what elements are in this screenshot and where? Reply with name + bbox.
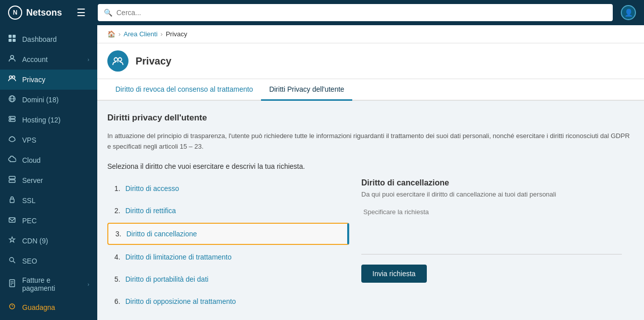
seo-icon [8, 256, 17, 266]
hosting-icon [8, 115, 17, 125]
page-header-icon [107, 50, 128, 72]
chevron-right-icon: › [88, 57, 89, 62]
sidebar: Dashboard Account › Privacy Domini (18) [0, 25, 97, 320]
search-bar: 🔍 [98, 4, 613, 21]
sidebar-label: CDN (9) [22, 237, 48, 245]
svg-point-6 [13, 76, 15, 79]
svg-rect-17 [9, 218, 15, 222]
sidebar-item-cdn[interactable]: CDN (9) [0, 231, 97, 251]
home-icon[interactable]: 🏠 [107, 30, 115, 38]
fatture-icon [8, 279, 17, 289]
sidebar-item-fatture[interactable]: Fatture e pagamenti › [0, 271, 97, 297]
sidebar-label: Hosting (12) [22, 116, 60, 124]
sidebar-item-cloud[interactable]: Cloud [0, 150, 97, 170]
sidebar-item-pec[interactable]: PEC [0, 211, 97, 231]
sidebar-label: Privacy [22, 76, 45, 84]
svg-point-24 [10, 304, 15, 309]
info-text: In attuazione del principio di trasparen… [107, 131, 634, 152]
dashboard-icon [8, 34, 17, 44]
right-panel: Diritto di cancellazione Da qui puoi ese… [349, 178, 634, 313]
rights-list: 1. Diritto di accesso 2. Diritto di rett… [107, 178, 349, 313]
section-title: Diritti privacy dell'utente [107, 113, 634, 123]
sidebar-item-guadagna[interactable]: Guadagna [0, 297, 97, 317]
vps-icon [8, 135, 17, 145]
svg-point-18 [10, 258, 14, 262]
svg-point-12 [10, 117, 11, 118]
right-item-0[interactable]: 1. Diritto di accesso [107, 178, 349, 199]
svg-rect-0 [9, 35, 12, 38]
search-icon: 🔍 [104, 9, 112, 17]
svg-point-26 [118, 58, 122, 61]
sidebar-label: PEC [22, 217, 37, 225]
user-avatar[interactable]: 👤 [621, 5, 636, 20]
request-textarea[interactable] [361, 204, 622, 254]
svg-line-19 [13, 261, 15, 263]
sidebar-item-seo[interactable]: SEO [0, 251, 97, 271]
svg-rect-11 [9, 119, 15, 121]
tabs-bar: Diritto di revoca del consenso al tratta… [97, 79, 644, 101]
svg-point-5 [10, 76, 12, 79]
cdn-icon [8, 236, 17, 246]
instruction-text: Seleziona il diritto che vuoi esercitare… [107, 162, 634, 170]
logo-text: Netsons [26, 8, 62, 18]
hamburger-button[interactable]: ☰ [77, 7, 86, 19]
sidebar-item-account[interactable]: Account › [0, 49, 97, 70]
svg-point-25 [114, 58, 118, 61]
sidebar-item-vps[interactable]: VPS [0, 130, 97, 150]
sidebar-label: SEO [22, 257, 37, 265]
sidebar-label: VPS [22, 136, 36, 144]
svg-rect-3 [13, 39, 16, 42]
account-icon [8, 54, 17, 65]
logo: N Netsons [8, 6, 69, 20]
breadcrumb: 🏠 › Area Clienti › Privacy [97, 25, 644, 43]
panel-desc: Da qui puoi esercitare il diritto di can… [361, 190, 622, 198]
privacy-icon [8, 75, 17, 85]
logo-icon: N [8, 6, 22, 20]
right-item-4[interactable]: 5. Diritto di portabilità dei dati [107, 269, 349, 289]
right-item-1[interactable]: 2. Diritto di rettifica [107, 201, 349, 221]
tab-revoca[interactable]: Diritto di revoca del consenso al tratta… [107, 79, 261, 101]
sidebar-item-ssl[interactable]: SSL [0, 190, 97, 211]
sidebar-label: Account [22, 55, 48, 63]
sidebar-item-dashboard[interactable]: Dashboard [0, 29, 97, 49]
breadcrumb-area-clienti[interactable]: Area Clienti [123, 30, 157, 38]
tab-diritti[interactable]: Diritti Privacy dell'utente [261, 79, 352, 101]
right-item-2[interactable]: 3. Diritto di cancellazione [107, 223, 349, 245]
sidebar-item-server[interactable]: Server [0, 170, 97, 190]
right-item-5[interactable]: 6. Diritto di opposizione al trattamento [107, 291, 349, 311]
sidebar-item-hosting[interactable]: Hosting (12) [0, 110, 97, 130]
server-icon [8, 175, 17, 185]
sidebar-label: Server [22, 176, 43, 184]
pec-icon [8, 216, 17, 226]
sidebar-item-privacy[interactable]: Privacy [0, 70, 97, 90]
content-area: Diritti privacy dell'utente In attuazion… [97, 101, 644, 320]
svg-point-13 [10, 120, 11, 121]
domini-icon [8, 95, 17, 105]
svg-rect-2 [9, 39, 12, 42]
right-item-3[interactable]: 4. Diritto di limitazione di trattamento [107, 247, 349, 267]
chevron-right-icon: › [88, 282, 89, 287]
sidebar-label: Guadagna [22, 303, 55, 311]
sidebar-item-notifiche[interactable]: Notifiche [0, 317, 97, 320]
sidebar-item-domini[interactable]: Domini (18) [0, 90, 97, 110]
ssl-icon [8, 196, 17, 206]
breadcrumb-current: Privacy [166, 30, 187, 38]
search-input[interactable] [116, 9, 607, 17]
page-header: Privacy [97, 43, 644, 79]
sidebar-label: Cloud [22, 156, 41, 164]
sidebar-label: Fatture e pagamenti [22, 276, 83, 292]
sidebar-label: SSL [22, 197, 35, 205]
svg-rect-14 [9, 176, 15, 179]
svg-rect-16 [10, 199, 14, 203]
cloud-icon [8, 155, 17, 165]
guadagna-icon [8, 302, 17, 312]
svg-rect-1 [13, 35, 16, 38]
two-col-layout: 1. Diritto di accesso 2. Diritto di rett… [107, 178, 634, 313]
svg-point-4 [11, 55, 14, 58]
main-content: 🏠 › Area Clienti › Privacy Privacy Dirit… [97, 25, 644, 320]
page-title: Privacy [136, 55, 171, 67]
top-nav: N Netsons ☰ 🔍 👤 [0, 0, 644, 25]
submit-button[interactable]: Invia richiesta [361, 265, 427, 283]
panel-title: Diritto di cancellazione [361, 178, 622, 187]
svg-rect-10 [9, 116, 15, 118]
